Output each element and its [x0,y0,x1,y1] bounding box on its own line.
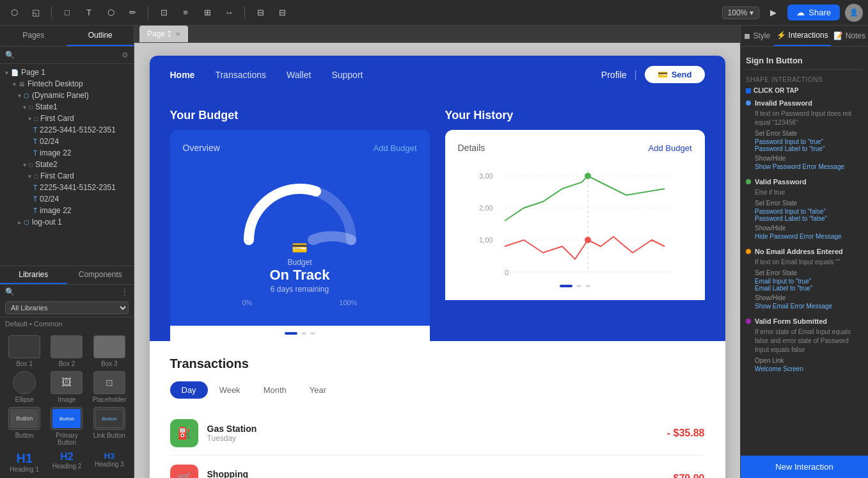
h-distribute[interactable]: ⊟ [251,4,269,22]
tree-item-date1[interactable]: T 02/24 [0,136,134,147]
h-dot-3 [585,285,590,287]
trigger-dot-valid [746,179,751,184]
gauge-label: Budget [269,258,329,267]
nav-support[interactable]: Support [331,70,363,80]
close-icon[interactable]: ✕ [175,31,180,38]
tab-libraries[interactable]: Libraries [0,266,67,284]
lib-filter-sub: Default • Common [0,317,134,330]
zoom-control[interactable]: 100% ▾ [722,6,760,19]
nav-wallet[interactable]: Wallet [287,70,311,80]
tree-item-img2[interactable]: T image 22 [0,205,134,216]
lib-tabs: Libraries Components [0,266,134,285]
budget-card-dots [170,326,430,341]
tree-item-logout[interactable]: ▸ ⬡ log-out 1 [0,216,134,228]
component-box2[interactable]: Box 2 [47,335,86,367]
distribute-tool[interactable]: ⊞ [198,4,216,22]
trigger-dot-valid-form [746,319,751,324]
budget-section: Your Budget Overview Add Budget [170,109,430,341]
action-block-email-2: Show/Hide Show Email Error Message [755,294,863,310]
heading3-item[interactable]: H3 Heading 3 [90,451,129,473]
tab-month[interactable]: Month [252,381,298,399]
action-label-open-link: Open Link [755,357,863,364]
tab-pages[interactable]: Pages [0,26,67,46]
svg-text:2,00: 2,00 [479,204,493,212]
preview-btn[interactable]: ▶ [764,4,782,22]
text-tool[interactable]: T [80,4,98,22]
nav-profile[interactable]: Profile [601,70,627,80]
tab-components[interactable]: Components [67,266,134,284]
arrange-tool[interactable]: ≡ [177,4,194,22]
component-link-button[interactable]: Button Link Button [90,407,129,446]
tx-amount-shopping: - $79.90 [667,473,705,478]
send-button[interactable]: 💳 Send [645,66,705,83]
frame-tool[interactable]: ◱ [27,4,45,22]
tab-interactions[interactable]: ⚡ Interactions [774,26,831,46]
component-ellipse[interactable]: Ellipse [5,371,43,403]
shape-tool[interactable]: ⬡ [102,4,120,22]
rectangle-tool[interactable]: □ [58,4,76,22]
component-primary-button[interactable]: Button Primary Button [47,407,86,446]
tab-year[interactable]: Year [298,381,338,399]
add-budget-btn[interactable]: Add Budget [374,143,417,153]
tab-week[interactable]: Week [208,381,252,399]
tx-info-shopping: Shopping Monday [207,469,667,478]
component-image[interactable]: 🖼 Image [47,371,86,403]
tx-icon-gas: ⛽ [170,419,198,447]
canvas-content[interactable]: Home Transactions Wallet Support Profile… [134,43,740,478]
heading2-item[interactable]: H2 Heading 2 [47,451,86,473]
tree-item-state2[interactable]: ▾ □ State2 [0,159,134,170]
action-val-pl-true: Password Label to "true" [755,145,863,152]
heading1-item[interactable]: H1 Heading 1 [5,451,43,473]
search-input[interactable] [17,51,119,60]
gauge-status: On Track [269,267,329,283]
budget-title: Your Budget [170,109,430,122]
tree-item-page1[interactable]: ▾ 📄 Page 1 [0,67,134,78]
nav-transactions[interactable]: Transactions [215,70,266,80]
add-budget-history-btn[interactable]: Add Budget [649,143,692,153]
lib-search-input[interactable] [15,287,121,296]
component-box1[interactable]: Box 1 [5,335,43,367]
action-val-pi-false: Password Input to "false" [755,208,863,215]
dot-3 [310,332,315,335]
scale-max: 100% [339,299,357,307]
component-placeholder[interactable]: ⊡ Placeholder [90,371,129,403]
new-interaction-button[interactable]: New Interaction [741,456,868,478]
tree-item-cardnum1[interactable]: T 2225-3441-5152-2351 [0,124,134,136]
nav-home[interactable]: Home [170,70,195,80]
transactions-section: Transactions Day Week Month Year ⛽ Gas S… [150,341,725,478]
component-button[interactable]: Button Button [5,407,43,446]
tab-notes[interactable]: 📝 Notes [831,26,868,46]
tree-item-firstcard2[interactable]: ▾ □ First Card [0,170,134,182]
action-label-show-hide-3: Show/Hide [755,294,863,301]
lib-more-icon[interactable]: ⋮ [121,287,129,296]
tab-outline[interactable]: Outline [67,26,134,46]
avatar[interactable]: 👤 [845,4,863,22]
libraries-section: Libraries Components 🔍 ⋮ All Libraries D… [0,266,134,478]
action-block-valid-2: Show/Hide Hide Password Error Message [755,225,863,240]
share-button[interactable]: ☁ Share [787,4,840,20]
fit-tool[interactable]: ⊡ [155,4,173,22]
tree-item-date2[interactable]: T 02/24 [0,193,134,205]
select-tool[interactable]: ⬡ [5,4,23,22]
pen-tool[interactable]: ✏ [123,4,141,22]
component-box3[interactable]: Box 3 [90,335,129,367]
tree-item-state1[interactable]: ▾ □ State1 [0,101,134,113]
tab-style[interactable]: ◼ Style [741,26,774,46]
tree-item-cardnum2[interactable]: T 2225-3441-5152-2351 [0,182,134,193]
action-label-set-error-3: Set Error State [755,269,863,276]
canvas-tab-page1[interactable]: Page 1 ✕ [139,26,188,42]
tree-item-firstcard1[interactable]: ▾ □ First Card [0,113,134,124]
action-val-pi-true: Password Input to "true" [755,138,863,145]
lib-filter-select[interactable]: All Libraries [5,301,129,314]
cards-row: Your Budget Overview Add Budget [170,109,705,341]
toolbar: ⬡ ◱ □ T ⬡ ✏ ⊡ ≡ ⊞ ↔ ⊟ ⊟ 100% ▾ ▶ ☁ Share… [0,0,868,26]
tree-item-fintech[interactable]: ▾ 🖥 Fintech Desktop [0,78,134,90]
tree-item-dynamic-panel[interactable]: ▾ ⬡ (Dynamic Panel) [0,90,134,101]
v-distribute[interactable]: ⊟ [273,4,291,22]
trigger-cond-valid: Else if true [755,188,863,197]
filter-icon[interactable]: ⚙ [122,51,129,60]
tree-item-img1[interactable]: T image 22 [0,147,134,159]
transactions-list: ⛽ Gas Station Tuesday - $35.88 🛒 Shoppin… [170,411,705,478]
tab-day[interactable]: Day [170,381,208,399]
spacing-tool[interactable]: ↔ [220,4,238,22]
